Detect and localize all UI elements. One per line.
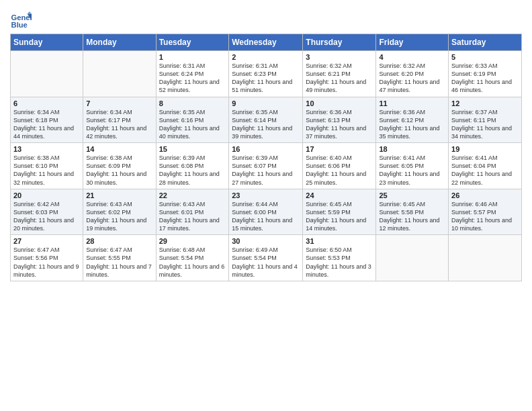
day-info: Sunrise: 6:38 AM Sunset: 6:10 PM Dayligh… xyxy=(13,154,80,187)
day-info: Sunrise: 6:45 AM Sunset: 5:58 PM Dayligh… xyxy=(379,200,445,233)
day-number: 30 xyxy=(232,237,300,245)
day-number: 7 xyxy=(86,99,152,107)
day-cell: 11Sunrise: 6:36 AM Sunset: 6:12 PM Dayli… xyxy=(376,97,449,143)
day-number: 31 xyxy=(306,237,373,245)
day-cell: 16Sunrise: 6:39 AM Sunset: 6:07 PM Dayli… xyxy=(229,143,303,189)
day-cell: 17Sunrise: 6:40 AM Sunset: 6:06 PM Dayli… xyxy=(303,143,376,189)
day-info: Sunrise: 6:41 AM Sunset: 6:05 PM Dayligh… xyxy=(379,154,445,187)
day-info: Sunrise: 6:43 AM Sunset: 6:01 PM Dayligh… xyxy=(159,200,226,233)
day-info: Sunrise: 6:46 AM Sunset: 5:57 PM Dayligh… xyxy=(451,200,519,233)
day-number: 8 xyxy=(159,99,226,107)
day-cell: 3Sunrise: 6:32 AM Sunset: 6:21 PM Daylig… xyxy=(303,51,376,97)
week-row-1: 1Sunrise: 6:31 AM Sunset: 6:24 PM Daylig… xyxy=(11,51,522,97)
header-cell-monday: Monday xyxy=(83,34,156,51)
day-number: 12 xyxy=(451,99,519,107)
day-info: Sunrise: 6:39 AM Sunset: 6:07 PM Dayligh… xyxy=(232,154,300,187)
day-number: 20 xyxy=(13,191,80,199)
day-number: 14 xyxy=(86,145,152,153)
day-info: Sunrise: 6:31 AM Sunset: 6:23 PM Dayligh… xyxy=(232,62,300,95)
day-cell: 30Sunrise: 6:49 AM Sunset: 5:54 PM Dayli… xyxy=(229,235,303,281)
day-cell: 27Sunrise: 6:47 AM Sunset: 5:56 PM Dayli… xyxy=(11,235,83,281)
day-number: 5 xyxy=(451,53,519,61)
day-cell: 24Sunrise: 6:45 AM Sunset: 5:59 PM Dayli… xyxy=(303,189,376,235)
logo-icon: General Blue xyxy=(10,9,32,31)
logo: General Blue xyxy=(10,9,33,31)
day-info: Sunrise: 6:34 AM Sunset: 6:18 PM Dayligh… xyxy=(13,108,80,141)
day-number: 13 xyxy=(13,145,80,153)
day-number: 16 xyxy=(232,145,300,153)
day-info: Sunrise: 6:43 AM Sunset: 6:02 PM Dayligh… xyxy=(86,200,152,233)
calendar: SundayMondayTuesdayWednesdayThursdayFrid… xyxy=(10,34,522,281)
day-cell xyxy=(376,235,449,281)
day-cell: 5Sunrise: 6:33 AM Sunset: 6:19 PM Daylig… xyxy=(449,51,522,97)
day-info: Sunrise: 6:36 AM Sunset: 6:12 PM Dayligh… xyxy=(379,108,445,141)
day-number: 2 xyxy=(232,53,300,61)
day-number: 10 xyxy=(306,99,373,107)
day-cell: 28Sunrise: 6:47 AM Sunset: 5:55 PM Dayli… xyxy=(83,235,156,281)
day-info: Sunrise: 6:36 AM Sunset: 6:13 PM Dayligh… xyxy=(306,108,373,141)
day-info: Sunrise: 6:33 AM Sunset: 6:19 PM Dayligh… xyxy=(451,62,519,95)
day-number: 3 xyxy=(306,53,373,61)
day-info: Sunrise: 6:32 AM Sunset: 6:21 PM Dayligh… xyxy=(306,62,373,95)
day-number: 17 xyxy=(306,145,373,153)
header: General Blue xyxy=(10,7,522,31)
week-row-5: 27Sunrise: 6:47 AM Sunset: 5:56 PM Dayli… xyxy=(11,235,522,281)
day-info: Sunrise: 6:31 AM Sunset: 6:24 PM Dayligh… xyxy=(159,62,226,95)
day-cell xyxy=(83,51,156,97)
day-cell: 2Sunrise: 6:31 AM Sunset: 6:23 PM Daylig… xyxy=(229,51,303,97)
day-number: 11 xyxy=(379,99,445,107)
day-number: 23 xyxy=(232,191,300,199)
day-info: Sunrise: 6:35 AM Sunset: 6:16 PM Dayligh… xyxy=(159,108,226,141)
day-number: 4 xyxy=(379,53,445,61)
day-cell: 14Sunrise: 6:38 AM Sunset: 6:09 PM Dayli… xyxy=(83,143,156,189)
svg-text:Blue: Blue xyxy=(11,21,28,29)
day-number: 15 xyxy=(159,145,226,153)
day-info: Sunrise: 6:50 AM Sunset: 5:53 PM Dayligh… xyxy=(306,246,373,279)
day-number: 27 xyxy=(13,237,80,245)
day-info: Sunrise: 6:48 AM Sunset: 5:54 PM Dayligh… xyxy=(159,246,226,279)
day-cell xyxy=(11,51,83,97)
day-cell: 10Sunrise: 6:36 AM Sunset: 6:13 PM Dayli… xyxy=(303,97,376,143)
header-row: SundayMondayTuesdayWednesdayThursdayFrid… xyxy=(11,34,522,51)
header-cell-tuesday: Tuesday xyxy=(156,34,229,51)
day-number: 28 xyxy=(86,237,152,245)
day-cell: 20Sunrise: 6:42 AM Sunset: 6:03 PM Dayli… xyxy=(11,189,83,235)
day-info: Sunrise: 6:47 AM Sunset: 5:56 PM Dayligh… xyxy=(13,246,80,279)
day-cell: 26Sunrise: 6:46 AM Sunset: 5:57 PM Dayli… xyxy=(449,189,522,235)
day-cell: 8Sunrise: 6:35 AM Sunset: 6:16 PM Daylig… xyxy=(156,97,229,143)
day-number: 6 xyxy=(13,99,80,107)
page: General Blue SundayMondayTuesdayWednesda… xyxy=(0,0,532,288)
header-cell-saturday: Saturday xyxy=(449,34,522,51)
day-number: 24 xyxy=(306,191,373,199)
day-cell: 12Sunrise: 6:37 AM Sunset: 6:11 PM Dayli… xyxy=(449,97,522,143)
day-cell: 19Sunrise: 6:41 AM Sunset: 6:04 PM Dayli… xyxy=(449,143,522,189)
day-number: 26 xyxy=(451,191,519,199)
week-row-4: 20Sunrise: 6:42 AM Sunset: 6:03 PM Dayli… xyxy=(11,189,522,235)
header-cell-wednesday: Wednesday xyxy=(229,34,303,51)
day-cell: 13Sunrise: 6:38 AM Sunset: 6:10 PM Dayli… xyxy=(11,143,83,189)
day-info: Sunrise: 6:39 AM Sunset: 6:08 PM Dayligh… xyxy=(159,154,226,187)
day-number: 21 xyxy=(86,191,152,199)
day-cell: 4Sunrise: 6:32 AM Sunset: 6:20 PM Daylig… xyxy=(376,51,449,97)
day-cell: 6Sunrise: 6:34 AM Sunset: 6:18 PM Daylig… xyxy=(11,97,83,143)
day-cell: 25Sunrise: 6:45 AM Sunset: 5:58 PM Dayli… xyxy=(376,189,449,235)
day-info: Sunrise: 6:40 AM Sunset: 6:06 PM Dayligh… xyxy=(306,154,373,187)
day-cell xyxy=(449,235,522,281)
day-info: Sunrise: 6:42 AM Sunset: 6:03 PM Dayligh… xyxy=(13,200,80,233)
day-number: 29 xyxy=(159,237,226,245)
svg-marker-3 xyxy=(28,11,32,13)
header-cell-thursday: Thursday xyxy=(303,34,376,51)
day-cell: 21Sunrise: 6:43 AM Sunset: 6:02 PM Dayli… xyxy=(83,189,156,235)
header-cell-friday: Friday xyxy=(376,34,449,51)
day-number: 18 xyxy=(379,145,445,153)
week-row-3: 13Sunrise: 6:38 AM Sunset: 6:10 PM Dayli… xyxy=(11,143,522,189)
day-cell: 22Sunrise: 6:43 AM Sunset: 6:01 PM Dayli… xyxy=(156,189,229,235)
week-row-2: 6Sunrise: 6:34 AM Sunset: 6:18 PM Daylig… xyxy=(11,97,522,143)
day-cell: 29Sunrise: 6:48 AM Sunset: 5:54 PM Dayli… xyxy=(156,235,229,281)
day-number: 19 xyxy=(451,145,519,153)
day-cell: 15Sunrise: 6:39 AM Sunset: 6:08 PM Dayli… xyxy=(156,143,229,189)
day-cell: 1Sunrise: 6:31 AM Sunset: 6:24 PM Daylig… xyxy=(156,51,229,97)
day-info: Sunrise: 6:44 AM Sunset: 6:00 PM Dayligh… xyxy=(232,200,300,233)
day-cell: 9Sunrise: 6:35 AM Sunset: 6:14 PM Daylig… xyxy=(229,97,303,143)
day-info: Sunrise: 6:45 AM Sunset: 5:59 PM Dayligh… xyxy=(306,200,373,233)
